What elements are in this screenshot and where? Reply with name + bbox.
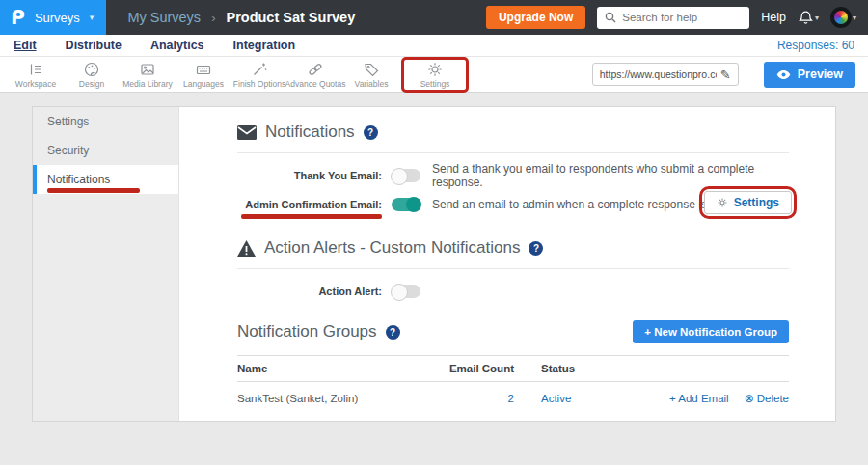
toolbar-languages[interactable]: Languages <box>176 61 231 89</box>
help-icon[interactable]: ? <box>386 325 400 340</box>
section-title: Action Alerts - Custom Notifications <box>264 238 520 258</box>
help-link[interactable]: Help <box>761 11 786 24</box>
survey-url-box: ✎ <box>592 63 739 86</box>
toolbar-variables[interactable]: Variables <box>343 61 399 89</box>
new-notification-group-button[interactable]: + New Notification Group <box>633 320 789 343</box>
red-underline-annotation <box>47 188 140 193</box>
topbar-right: Upgrade Now Help ▾ ▾ <box>486 6 868 29</box>
chevron-down-icon: ▾ <box>815 14 819 22</box>
settings-card: Settings Security Notifications Notifica… <box>32 106 836 422</box>
questionpro-logo-icon: ᑭ <box>11 8 25 27</box>
header-name: Name <box>237 363 427 374</box>
tab-distribute[interactable]: Distribute <box>66 39 122 52</box>
keyboard-icon <box>195 61 212 78</box>
surveys-menu-label: Surveys <box>35 11 80 25</box>
toolbar-media-library[interactable]: Media Library <box>120 61 176 89</box>
help-search <box>597 7 749 29</box>
settings-button-highlight-annotation: Settings <box>699 186 797 219</box>
account-menu[interactable]: ▾ <box>830 7 856 28</box>
red-underline-annotation <box>241 214 382 219</box>
admin-confirmation-email-label: Admin Confirmation Email: <box>237 199 382 210</box>
eye-icon <box>776 69 791 80</box>
group-email-count-link[interactable]: 2 <box>427 393 514 404</box>
header-status: Status <box>514 363 620 374</box>
surveys-menu[interactable]: ᑭ Surveys ▾ <box>0 0 106 35</box>
thank-you-email-toggle[interactable] <box>392 169 420 182</box>
row-actions: + Add Email ⊗ Delete <box>620 392 789 405</box>
breadcrumb-current-survey: Product Sat Survey <box>226 10 355 25</box>
edit-toolbar: Workspace Design Media Library Languages… <box>0 57 868 93</box>
toolbar-design[interactable]: Design <box>64 61 120 89</box>
toolbar-finish-options[interactable]: Finish Options <box>231 61 287 89</box>
top-bar: ᑭ Surveys ▾ My Surveys › Product Sat Sur… <box>0 0 868 35</box>
breadcrumb: My Surveys › Product Sat Survey <box>127 10 355 25</box>
notifications-section-heading: Notifications ? <box>237 123 789 142</box>
help-icon[interactable]: ? <box>364 125 378 140</box>
delete-circle-x-icon: ⊗ <box>745 392 754 405</box>
table-header-row: Name Email Count Status <box>237 355 789 382</box>
help-icon[interactable]: ? <box>529 241 543 256</box>
divider <box>237 152 789 153</box>
action-alert-label: Action Alert: <box>237 286 382 297</box>
sidebar-item-settings[interactable]: Settings <box>33 107 178 136</box>
sidebar-item-security[interactable]: Security <box>33 136 178 165</box>
tab-integration[interactable]: Integration <box>233 39 296 52</box>
tab-edit[interactable]: Edit <box>14 39 37 52</box>
settings-sidebar: Settings Security Notifications <box>33 107 179 421</box>
admin-confirmation-email-toggle[interactable] <box>392 198 420 211</box>
upgrade-now-button[interactable]: Upgrade Now <box>486 6 585 29</box>
image-icon <box>139 61 156 78</box>
magic-wand-icon <box>251 61 268 78</box>
settings-highlight-annotation: Settings <box>401 57 469 93</box>
gear-icon <box>426 61 444 78</box>
toolbar-advance-quotas[interactable]: Advance Quotas <box>287 61 343 89</box>
survey-nav: Edit Distribute Analytics Integration Re… <box>0 35 868 57</box>
toolbar-workspace[interactable]: Workspace <box>8 61 64 89</box>
palette-icon <box>83 61 100 78</box>
survey-url-input[interactable] <box>600 68 717 80</box>
notification-groups-table: Name Email Count Status SankTest (Sanket… <box>237 355 789 414</box>
responses-count[interactable]: Responses: 60 <box>777 39 854 52</box>
sidebar-item-notifications[interactable]: Notifications <box>33 165 178 194</box>
search-input[interactable] <box>622 12 742 23</box>
table-row: SankTest (Sanket, Zolin) 2 Active + Add … <box>237 382 789 414</box>
avatar <box>830 7 852 28</box>
breadcrumb-separator-icon: › <box>211 11 215 25</box>
notification-groups-heading-bar: Notification Groups ? + New Notification… <box>237 320 789 343</box>
thank-you-email-row: Thank You Email: Send a thank you email … <box>237 167 789 183</box>
notifications-bell[interactable]: ▾ <box>798 10 819 26</box>
section-title: Notifications <box>265 123 355 142</box>
divider <box>237 268 789 269</box>
chevron-down-icon: ▾ <box>90 13 95 22</box>
preview-button[interactable]: Preview <box>764 62 855 88</box>
main-area: Settings Security Notifications Notifica… <box>0 93 868 465</box>
toolbar-settings[interactable]: Settings <box>407 61 463 89</box>
admin-confirmation-email-row: Admin Confirmation Email: Send an email … <box>237 196 789 212</box>
edit-pencil-icon[interactable]: ✎ <box>720 68 731 82</box>
thank-you-email-description: Send a thank you email to respondents wh… <box>432 162 789 189</box>
notifications-content: Notifications ? Thank You Email: Send a … <box>179 107 835 421</box>
action-alerts-section-heading: Action Alerts - Custom Notifications ? <box>237 238 789 258</box>
search-icon <box>605 12 616 23</box>
group-status-link[interactable]: Active <box>514 393 620 404</box>
thank-you-email-label: Thank You Email: <box>237 170 382 181</box>
chevron-down-icon: ▾ <box>853 14 856 22</box>
group-name: SankTest (Sanket, Zolin) <box>237 393 427 404</box>
admin-email-settings-button[interactable]: Settings <box>704 191 792 214</box>
chain-link-icon <box>307 61 324 78</box>
warning-icon <box>237 240 256 257</box>
action-alert-row: Action Alert: <box>237 283 789 299</box>
add-email-link[interactable]: + Add Email <box>669 392 729 405</box>
breadcrumb-my-surveys[interactable]: My Surveys <box>127 10 201 25</box>
bell-icon <box>798 10 814 26</box>
tag-icon <box>363 61 380 78</box>
gear-icon <box>717 197 728 208</box>
notification-groups-heading: Notification Groups ? <box>237 322 400 342</box>
delete-link[interactable]: ⊗ Delete <box>745 392 789 405</box>
tab-analytics[interactable]: Analytics <box>150 39 204 52</box>
action-alert-toggle[interactable] <box>392 285 420 298</box>
workspace-icon <box>27 61 44 78</box>
header-email-count: Email Count <box>427 363 514 374</box>
envelope-icon <box>237 125 257 140</box>
section-title: Notification Groups <box>237 322 377 342</box>
